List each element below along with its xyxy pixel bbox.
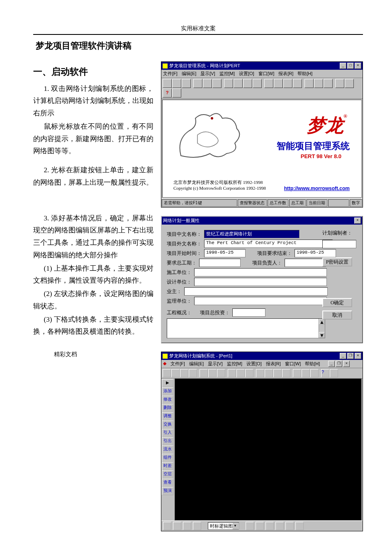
mdi-close[interactable]: ×: [343, 361, 350, 367]
tb-zoomout[interactable]: [236, 369, 245, 377]
side-adjust[interactable]: 调整: [162, 412, 173, 421]
menu-window[interactable]: 窗口[W]: [258, 71, 275, 77]
menu-edit[interactable]: 编辑[E]: [189, 361, 204, 367]
tb-about[interactable]: [172, 88, 181, 98]
tb-open[interactable]: [172, 79, 181, 88]
menu-file[interactable]: 文件[F]: [170, 361, 185, 367]
tb-btn[interactable]: [256, 369, 264, 377]
input-name-en[interactable]: The Pert Chart of Century Project: [204, 240, 333, 248]
menu-view[interactable]: 显示[V]: [208, 361, 222, 367]
tb-about[interactable]: [330, 369, 338, 377]
menu-settings[interactable]: 设置[O]: [239, 71, 254, 77]
mode-btn[interactable]: [295, 522, 304, 530]
tb-btn[interactable]: [310, 369, 319, 377]
side-component[interactable]: 组件: [162, 454, 173, 462]
mode-btn[interactable]: [173, 522, 181, 530]
tb-save[interactable]: [182, 79, 191, 88]
menu-window[interactable]: 窗口[W]: [285, 361, 301, 367]
tb-btn[interactable]: [234, 79, 243, 88]
tb-btn[interactable]: [243, 79, 252, 88]
tb-btn[interactable]: [345, 79, 354, 88]
tb-btn[interactable]: [304, 79, 314, 88]
tb-print[interactable]: [189, 369, 197, 377]
tb-btn[interactable]: [302, 369, 310, 377]
tb-save[interactable]: [180, 369, 188, 377]
tb-btn[interactable]: [253, 79, 262, 88]
tb-help[interactable]: ?: [321, 369, 329, 377]
mode-btn[interactable]: [183, 522, 191, 530]
maximize-button[interactable]: □: [347, 63, 354, 69]
mdi-min[interactable]: _: [328, 361, 335, 367]
overview-textarea[interactable]: ▲▼: [167, 318, 325, 338]
tb-new[interactable]: [163, 369, 171, 377]
menu-edit[interactable]: 编辑[E]: [182, 71, 196, 77]
input-owner[interactable]: [184, 287, 328, 296]
tb-help[interactable]: ?: [163, 88, 172, 98]
input-designer[interactable]: [194, 278, 327, 286]
mdi-max[interactable]: ❐: [336, 361, 342, 367]
input-builder[interactable]: [194, 268, 327, 276]
tb-btn[interactable]: [314, 79, 323, 88]
minimize-button[interactable]: _: [340, 353, 346, 359]
close-button[interactable]: ×: [354, 218, 361, 224]
input-duration[interactable]: [199, 259, 241, 267]
dialog-titlebar[interactable]: 网络计划一般属性 ×: [162, 217, 362, 225]
side-view[interactable]: 查看: [162, 479, 173, 487]
tb-paste[interactable]: [212, 79, 222, 88]
side-edit[interactable]: 修改: [162, 396, 173, 404]
input-start[interactable]: 1998-05-25: [204, 249, 246, 257]
mode-btn[interactable]: [275, 522, 284, 530]
tb-btn[interactable]: [217, 369, 225, 377]
menu-view[interactable]: 显示[V]: [200, 71, 215, 77]
view-mode-select[interactable]: 时标逻辑图: [208, 522, 239, 530]
side-delete[interactable]: 删除: [162, 404, 173, 412]
tb-btn[interactable]: [293, 369, 301, 377]
close-button[interactable]: ×: [355, 353, 361, 359]
tb-btn[interactable]: [293, 79, 302, 88]
side-add[interactable]: 添加: [162, 387, 173, 396]
password-button[interactable]: P密码设置: [322, 257, 352, 266]
mode-btn[interactable]: [246, 522, 254, 530]
website-link[interactable]: http://www.morrowsoft.com: [284, 186, 350, 191]
tb-btn[interactable]: [224, 79, 233, 88]
tb-btn[interactable]: [265, 369, 273, 377]
tb-btn[interactable]: [335, 79, 344, 88]
tb-btn[interactable]: [273, 369, 282, 377]
menu-bar[interactable]: ◆ 文件[F] 编辑[E] 显示[V] 监控[M] 设置[O] 报表[R] 窗口…: [161, 360, 363, 368]
tb-copy[interactable]: [203, 79, 212, 88]
tb-btn[interactable]: [274, 79, 283, 88]
menu-file[interactable]: 文件[F]: [163, 71, 178, 77]
side-import[interactable]: 引入: [162, 429, 173, 437]
tb-btn[interactable]: [208, 369, 217, 377]
tb-cut[interactable]: [193, 79, 202, 88]
tb-btn[interactable]: [245, 369, 253, 377]
tb-btn[interactable]: [264, 79, 273, 88]
menu-settings[interactable]: 设置[O]: [246, 361, 262, 367]
restore-button[interactable]: ❐: [347, 353, 354, 359]
side-export[interactable]: 引出: [162, 437, 173, 445]
menu-report[interactable]: 报表[R]: [278, 71, 293, 77]
tb-btn[interactable]: [282, 369, 290, 377]
input-name-cn[interactable]: 世纪工程进度网络计划: [204, 230, 299, 238]
menu-report[interactable]: 报表[R]: [266, 361, 281, 367]
tb-zoomin[interactable]: [228, 369, 236, 377]
editor-canvas[interactable]: [175, 379, 362, 521]
mode-btn[interactable]: [163, 522, 171, 530]
tb-new[interactable]: [163, 79, 172, 88]
pointer-tool[interactable]: ▶: [162, 379, 173, 387]
mode-btn[interactable]: [285, 522, 294, 530]
mode-btn[interactable]: [256, 522, 264, 530]
titlebar[interactable]: 梦龙网络计划编制系统 - [Pert1] _ ❐ ×: [161, 352, 363, 360]
menu-bar[interactable]: 文件[F] 编辑[E] 显示[V] 监控[M] 设置[O] 窗口[W] 报表[R…: [161, 70, 363, 78]
input-manager[interactable]: [285, 259, 326, 267]
tb-btn[interactable]: [324, 79, 333, 88]
mode-btn[interactable]: [193, 522, 201, 530]
input-planner[interactable]: [322, 240, 356, 248]
menu-help[interactable]: 帮助[H]: [297, 71, 312, 77]
menu-help[interactable]: 帮助[H]: [305, 361, 320, 367]
close-button[interactable]: ×: [355, 63, 361, 69]
tb-open[interactable]: [171, 369, 180, 377]
tb-btn[interactable]: [200, 369, 208, 377]
mode-btn[interactable]: [265, 522, 274, 530]
cancel-button[interactable]: 取消: [322, 311, 352, 320]
